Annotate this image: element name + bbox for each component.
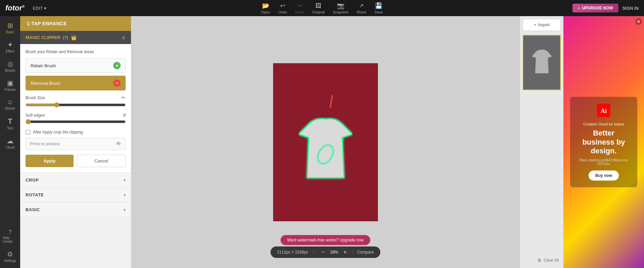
undo-tool[interactable]: ↩ Undo [278,2,287,14]
cloud-icon: ☁ [7,137,13,145]
toolbar: 📂 Open ↩ Undo ↪ Redo 🖼 Original 📷 Snapsh… [261,2,383,14]
magic-clipper-title: MAGIC CLIPPER (?) 👑 [26,35,77,40]
clear-all-button[interactable]: 🗑 Clear All [520,255,563,265]
basic-label: BASIC [26,207,40,212]
original-tool[interactable]: 🖼 Original [312,2,325,14]
snapshot-icon: 📷 [337,2,344,9]
snapshot-tool[interactable]: 📷 Snapshot [333,2,348,14]
original-icon: 🖼 [315,2,321,9]
rotate-section-header[interactable]: ROTATE ▾ [20,188,131,202]
upgrade-banner[interactable]: Want watermark-free works? Upgrade now [281,235,371,245]
sticker-icon: ☺ [7,98,13,106]
sign-in-button[interactable]: SIGN IN [622,6,639,11]
mc-subtitle: Brush your Retain and Removal areas [26,49,126,54]
basic-icon: ⊞ [7,22,13,30]
eraser-icon[interactable]: ✏ [121,94,126,101]
app-logo: fotor® [5,4,25,12]
crop-label: CROP [26,178,39,183]
chevron-down-icon: ▾ [44,6,46,11]
save-tool[interactable]: 💾 Save [375,2,383,14]
soft-edges-value: 0 [123,113,126,118]
removal-brush-icon: − [113,79,121,87]
basic-section-header[interactable]: BASIC ▾ [20,202,131,217]
soft-edges-label: Soft edges [26,113,45,118]
crop-after-checkbox[interactable] [26,130,30,135]
rotate-chevron-icon: ▾ [124,193,126,197]
trash-icon: 🗑 [538,258,542,263]
action-row: Apply Cancel [26,155,126,167]
ad-logo: Ai [577,104,631,119]
sidebar-item-text[interactable]: T Text [1,114,19,133]
share-icon: ↗ [359,2,364,9]
collapse-icon[interactable]: ∧ [122,34,126,41]
redo-tool[interactable]: ↪ Redo [295,2,304,14]
canvas-wrapper: fotor [273,63,378,221]
crop-section-header[interactable]: CROP ▾ [20,173,131,188]
ad-content: Ai Creative Cloud for teams Better busin… [570,97,637,187]
cancel-button[interactable]: Cancel [77,155,126,167]
zoom-in-button[interactable]: + [342,249,348,255]
open-icon: 📂 [262,2,269,9]
preview-button[interactable]: Press to preview 👁 [26,138,126,150]
crop-chevron-icon: ▾ [124,178,126,183]
top-bar: fotor® EDIT ▾ 📂 Open ↩ Undo ↪ Redo 🖼 Ori… [0,0,644,16]
basic-chevron-icon: ▾ [124,207,126,212]
magic-clipper-header[interactable]: MAGIC CLIPPER (?) 👑 ∧ [20,31,131,44]
one-tap-enhance-button[interactable]: 1-TAP ENHANCE [20,16,131,31]
save-icon: 💾 [375,2,382,9]
upgrade-button[interactable]: UPGRADE NOW [572,4,618,12]
text-icon: T [8,117,12,126]
retain-brush-icon: + [113,62,121,69]
icon-sidebar: ⊞ Basic ✦ Effect ◎ Beauty ▣ Frames ☺ Sti… [0,16,20,268]
apply-button[interactable]: Apply [26,155,74,167]
sidebar-item-frames[interactable]: ▣ Frames [1,76,19,94]
brush-size-slider[interactable] [26,102,126,109]
sidebar-item-settings[interactable]: ⚙ Settings [1,247,19,265]
retain-brush-button[interactable]: Retain Brush + [26,58,126,73]
frames-icon: ▣ [7,79,13,87]
sidebar-item-effect[interactable]: ✦ Effect [1,38,19,56]
ad-panel: ✕ Ai Creative Cloud for teams Better bus… [563,16,644,268]
sidebar-item-help[interactable]: ? Help Center [1,227,19,246]
import-button[interactable]: + Import [523,19,561,31]
right-panel: + Import 🗑 Clear All [520,16,563,268]
thumbnail-tshirt-svg [532,49,552,76]
main-layout: ⊞ Basic ✦ Effect ◎ Beauty ▣ Frames ☺ Sti… [0,16,644,268]
crop-after-label: After Apply crop the clipping [33,130,83,135]
crop-after-checkbox-row: After Apply crop the clipping [26,130,126,135]
plus-icon: + [534,23,536,27]
brush-size-label: Brush Size [26,95,45,100]
edit-menu[interactable]: EDIT ▾ [33,6,46,11]
tshirt-svg [299,117,352,181]
undo-icon: ↩ [280,2,285,9]
sidebar-item-sticker[interactable]: ☺ Sticker [1,95,19,113]
ad-headline: Better business by design. [577,129,631,155]
zoom-out-button[interactable]: − [320,249,326,255]
canvas-bottom-bar: 2112px × 3168px — − 18% + | Compare [270,246,381,258]
rotate-label: ROTATE [26,192,44,197]
removal-brush-button[interactable]: Removal Brush − [26,76,126,90]
help-icon: ? [9,229,12,235]
settings-icon: ⚙ [7,250,13,258]
preview-label: Press to preview [30,142,60,146]
open-tool[interactable]: 📂 Open [261,2,270,14]
beauty-icon: ◎ [7,60,13,68]
sidebar-item-beauty[interactable]: ◎ Beauty [1,57,19,75]
redo-icon: ↪ [297,2,302,9]
sidebar-item-basic[interactable]: ⊞ Basic [1,19,19,37]
canvas-image[interactable]: fotor [273,63,378,221]
zoom-level: 18% [330,250,338,255]
ad-subtitle: Plans starting at A$43.99/mo incl GST/mo [577,158,631,166]
share-tool[interactable]: ↗ Share [356,2,366,14]
thumbnail-image [523,36,560,89]
magic-clipper-help-icon[interactable]: (?) [63,35,68,40]
thumbnail-item[interactable] [523,35,561,90]
ad-close-button[interactable]: ✕ [635,18,642,25]
top-bar-right: UPGRADE NOW SIGN IN [572,4,639,12]
ad-buy-button[interactable]: Buy now [589,170,619,181]
tshirt-image [299,117,352,183]
compare-button[interactable]: Compare [357,250,374,255]
soft-edges-slider[interactable] [26,119,126,126]
sidebar-item-cloud[interactable]: ☁ Cloud [1,134,19,152]
magic-clipper-body: Brush your Retain and Removal areas Reta… [20,44,131,173]
